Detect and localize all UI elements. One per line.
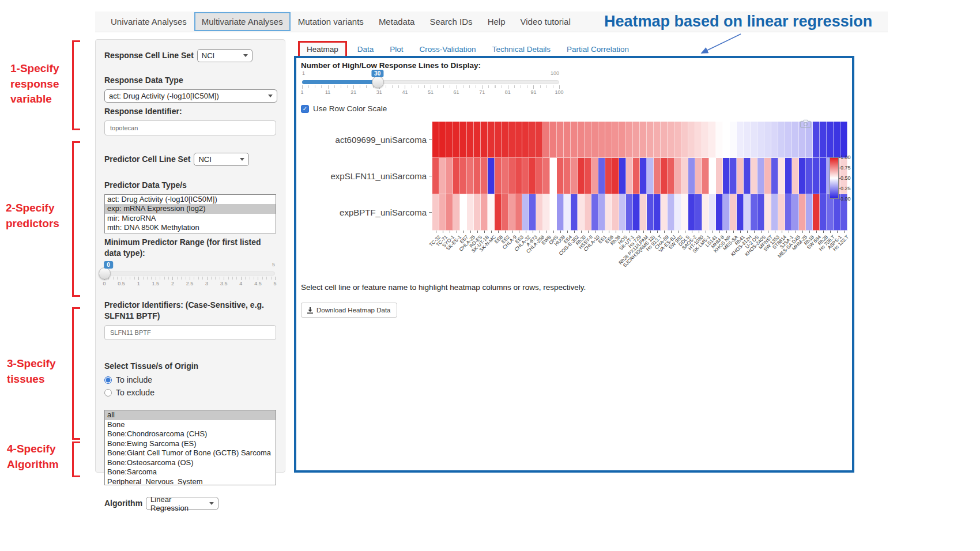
heatmap-cell[interactable] [605,158,612,194]
heatmap-cell[interactable] [598,194,605,231]
tab-data[interactable]: Data [349,42,382,56]
heatmap-cell[interactable] [695,194,702,231]
heatmap-cell[interactable] [716,122,723,158]
heatmap-cell[interactable] [578,122,585,158]
heatmap-cell[interactable] [612,158,619,194]
tab-plot[interactable]: Plot [382,42,411,56]
heatmap-cell[interactable] [495,122,502,158]
heatmap-cell[interactable] [709,194,716,231]
heatmap-cell[interactable] [681,122,688,158]
heatmap-cell[interactable] [813,158,820,194]
heatmap-cell[interactable] [432,158,439,194]
heatmap-cell[interactable] [585,122,591,158]
heatmap-cell[interactable] [820,122,827,158]
heatmap-cell[interactable] [806,158,813,194]
heatmap-cell[interactable] [668,194,674,231]
heatmap-cell[interactable] [792,158,799,194]
heatmap-cell[interactable] [467,158,474,194]
heatmap-cell[interactable] [446,194,453,231]
heatmap-cell[interactable] [757,122,764,158]
heatmap-row-label[interactable]: act609699_uniSarcoma [301,122,429,158]
heatmap-cell[interactable] [488,122,495,158]
heatmap-cell[interactable] [785,122,792,158]
heatmap-cell[interactable] [654,122,661,158]
heatmap-cell[interactable] [432,122,439,158]
heatmap-cell[interactable] [612,194,619,231]
response-data-type-select[interactable]: act: Drug Activity (-log10[IC50M]) [104,89,277,103]
heatmap-cell[interactable] [591,158,598,194]
heatmap-cell[interactable] [488,194,495,231]
heatmap-cell[interactable] [654,158,661,194]
tab-partial-correlation[interactable]: Partial Correlation [559,42,637,56]
range-slider[interactable]: 5000.511.522.533.544.55 [104,262,275,290]
heatmap-cell[interactable] [668,122,674,158]
lines-slider-handle[interactable] [372,76,384,88]
heatmap-cell[interactable] [481,158,488,194]
heatmap-cell[interactable] [806,194,813,231]
heatmap-cell[interactable] [633,122,640,158]
heatmap-cell[interactable] [820,158,827,194]
tissue-option[interactable]: Bone:Sarcoma [105,467,276,477]
tissue-option[interactable]: Bone:Ewing Sarcoma (ES) [105,439,276,449]
heatmap-cell[interactable] [778,194,785,231]
heatmap-cell[interactable] [681,158,688,194]
heatmap-cell[interactable] [557,194,564,231]
heatmap-cell[interactable] [813,194,820,231]
tissue-option[interactable]: Peripheral_Nervous_System [105,477,276,486]
heatmap-cell[interactable] [744,194,751,231]
tissue-option[interactable]: Bone [105,420,276,430]
heatmap-cell[interactable] [737,194,744,231]
heatmap-cell[interactable] [640,194,647,231]
heatmap-cell[interactable] [840,122,847,158]
heatmap-cell[interactable] [564,158,571,194]
heatmap-cell[interactable] [439,158,446,194]
predictor-data-type-option[interactable]: act: Drug Activity (-log10[IC50M]) [105,195,276,205]
heatmap-cell[interactable] [792,122,799,158]
heatmap-cell[interactable] [564,122,571,158]
heatmap-cell[interactable] [654,194,661,231]
heatmap-cell[interactable] [591,194,598,231]
heatmap-cell[interactable] [612,122,619,158]
heatmap-cell[interactable] [550,194,557,231]
predictor-cell-line-set-select[interactable]: NCI [194,153,249,166]
heatmap-cell[interactable] [709,158,716,194]
heatmap-cell[interactable] [771,158,778,194]
heatmap-cell[interactable] [585,194,591,231]
nav-item-search-ids[interactable]: Search IDs [422,12,480,31]
predictor-data-type-option[interactable]: mth: DNA 850K Methylation [105,223,276,233]
heatmap-cell[interactable] [778,122,785,158]
heatmap-cell[interactable] [536,122,543,158]
heatmap-cell[interactable] [626,158,633,194]
heatmap-cell[interactable] [495,194,502,231]
heatmap-cell[interactable] [481,122,488,158]
tab-technical-details[interactable]: Technical Details [484,42,559,56]
heatmap-cell[interactable] [550,158,557,194]
predictor-data-type-list[interactable]: act: Drug Activity (-log10[IC50M])exp: m… [104,194,276,233]
heatmap-cell[interactable] [460,158,467,194]
heatmap-cell[interactable] [661,122,668,158]
nav-item-help[interactable]: Help [480,12,513,31]
heatmap-cell[interactable] [605,194,612,231]
heatmap-cell[interactable] [536,158,543,194]
heatmap-cell[interactable] [640,158,647,194]
heatmap-cell[interactable] [439,122,446,158]
tissue-option[interactable]: Bone:Chondrosarcoma (CHS) [105,429,276,439]
heatmap-cell[interactable] [688,158,695,194]
heatmap-cell[interactable] [744,122,751,158]
heatmap-cell[interactable] [792,194,799,231]
heatmap-cell[interactable] [515,194,522,231]
heatmap-cell[interactable] [460,122,467,158]
heatmap-cell[interactable] [446,158,453,194]
heatmap-cell[interactable] [453,158,460,194]
response-cell-line-set-select[interactable]: NCI [197,49,252,62]
heatmap-cell[interactable] [778,158,785,194]
tissue-option[interactable]: Bone:Osteosarcoma (OS) [105,458,276,468]
heatmap-cell[interactable] [744,158,751,194]
heatmap-cell[interactable] [757,158,764,194]
response-identifier-input[interactable] [104,120,276,135]
heatmap-cell[interactable] [619,122,626,158]
algorithm-select[interactable]: Linear Regression [146,497,218,510]
heatmap-cell[interactable] [522,158,529,194]
heatmap-cell[interactable] [709,122,716,158]
heatmap-cell[interactable] [674,194,681,231]
